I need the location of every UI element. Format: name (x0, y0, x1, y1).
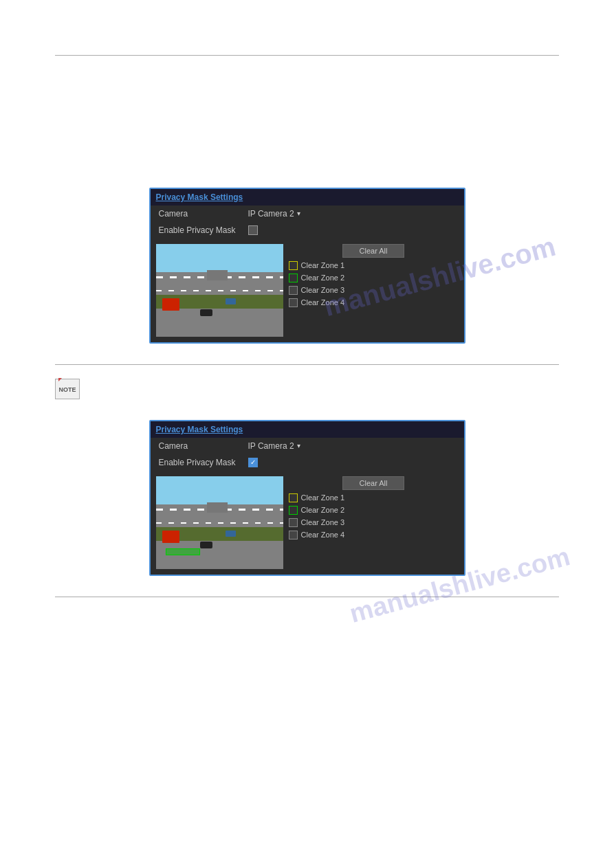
dialog1-zone3: Clear Zone 3 (289, 286, 459, 295)
privacy-mask-dialog-2: Privacy Mask Settings Camera IP Camera 2… (149, 420, 465, 576)
dialog1-zone4-checkbox[interactable] (289, 298, 298, 307)
dialog2-camera-row: Camera IP Camera 2 ▾ (151, 438, 464, 454)
dialog2-enable-label: Enable Privacy Mask (159, 458, 248, 467)
dialog1-enable-row: Enable Privacy Mask (151, 222, 464, 238)
dialog2-zone3-checkbox[interactable] (289, 518, 298, 527)
dialog2-camera-arrow: ▾ (297, 442, 300, 449)
dialog2-zone1-checkbox[interactable] (289, 493, 298, 502)
dialog1-zone2-label: Clear Zone 2 (301, 274, 345, 282)
dialog2-zone2-checkbox[interactable] (289, 506, 298, 515)
text-block-1 (55, 69, 559, 84)
car-dark-1 (200, 309, 212, 316)
dialog2-enable-row: Enable Privacy Mask ✓ (151, 454, 464, 471)
dialog2-controls: Clear All Clear Zone 1 Clear Zone 2 Clea… (289, 476, 459, 569)
dialog2-enable-checkbox[interactable]: ✓ (248, 458, 258, 467)
note-text-space (89, 379, 92, 406)
note-icon-inner: NOTE (55, 379, 80, 399)
middle-divider (55, 364, 559, 365)
dialog1-camera-arrow: ▾ (297, 210, 300, 217)
dialog1-zone2-checkbox[interactable] (289, 274, 298, 282)
building-bg-2 (207, 502, 228, 513)
dialog1-zone3-label: Clear Zone 3 (301, 286, 345, 294)
dialog2-clear-all-button[interactable]: Clear All (342, 476, 404, 490)
text-block-4 (55, 137, 559, 151)
dialog2-zone4-label: Clear Zone 4 (301, 531, 345, 539)
dialog2-zone3-label: Clear Zone 3 (301, 518, 345, 526)
dialog2-zone4: Clear Zone 4 (289, 531, 459, 539)
green-mask-overlay (166, 548, 200, 555)
dialog1-camera-preview (156, 244, 283, 337)
dialog2-zone1-label: Clear Zone 1 (301, 493, 345, 502)
dialog1-zone1-label: Clear Zone 1 (301, 261, 345, 269)
dialog2-zone2-label: Clear Zone 2 (301, 506, 345, 514)
dialog1-camera-value: IP Camera 2 (248, 209, 294, 219)
dialog2-zone1: Clear Zone 1 (289, 493, 459, 502)
text-block-2 (55, 92, 559, 107)
dialog1-zone1-checkbox[interactable] (289, 261, 298, 270)
dialog2-zone4-checkbox[interactable] (289, 531, 298, 539)
dialog2-body: Clear All Clear Zone 1 Clear Zone 2 Clea… (151, 471, 464, 575)
dialog1-clear-all-button[interactable]: Clear All (342, 244, 404, 258)
car-dark-2 (200, 542, 212, 548)
dialog2-camera-dropdown[interactable]: IP Camera 2 ▾ (248, 441, 300, 451)
bus-red-2 (162, 531, 179, 543)
dialog1-container: Privacy Mask Settings Camera IP Camera 2… (55, 188, 559, 344)
note-block: NOTE (55, 379, 559, 406)
dialog1-enable-checkbox[interactable] (248, 225, 258, 235)
dialog1-zone4: Clear Zone 4 (289, 298, 459, 307)
dialog1-camera-row: Camera IP Camera 2 ▾ (151, 205, 464, 222)
top-divider (55, 55, 559, 56)
road-lines-4 (156, 522, 283, 524)
dialog1-controls: Clear All Clear Zone 1 Clear Zone 2 Clea… (289, 244, 459, 337)
dialog1-enable-label: Enable Privacy Mask (159, 225, 248, 235)
dialog1-body: Clear All Clear Zone 1 Clear Zone 2 Clea… (151, 238, 464, 342)
dialog1-camera-label: Camera (159, 209, 248, 219)
note-label: NOTE (58, 386, 76, 393)
building-bg-1 (207, 270, 228, 280)
dialog2-camera-value: IP Camera 2 (248, 441, 294, 451)
dialog1-zone1: Clear Zone 1 (289, 261, 459, 270)
bottom-divider (55, 597, 559, 597)
car-blue-2 (226, 531, 236, 537)
highway-scene-2 (156, 476, 283, 569)
privacy-mask-dialog-1: Privacy Mask Settings Camera IP Camera 2… (149, 188, 465, 344)
dialog2-title: Privacy Mask Settings (151, 421, 464, 438)
dialog2-zone2: Clear Zone 2 (289, 506, 459, 515)
dialog1-zone3-checkbox[interactable] (289, 286, 298, 295)
bus-red-1 (162, 298, 179, 311)
note-icon-flag (58, 378, 65, 381)
dialog1-zone2: Clear Zone 2 (289, 274, 459, 282)
dialog2-camera-label: Camera (159, 441, 248, 451)
dialog2-camera-preview (156, 476, 283, 569)
text-block-5 (55, 159, 559, 174)
dialog1-camera-dropdown[interactable]: IP Camera 2 ▾ (248, 209, 300, 219)
dialog1-zone4-label: Clear Zone 4 (301, 298, 345, 307)
highway-scene-1 (156, 244, 283, 337)
dialog2-zone3: Clear Zone 3 (289, 518, 459, 527)
dialog2-container: Privacy Mask Settings Camera IP Camera 2… (55, 420, 559, 576)
car-blue-1 (226, 298, 236, 304)
road-lines-2 (156, 290, 283, 291)
note-icon: NOTE (55, 379, 83, 406)
text-block-3 (55, 115, 559, 129)
dialog1-title: Privacy Mask Settings (151, 189, 464, 205)
